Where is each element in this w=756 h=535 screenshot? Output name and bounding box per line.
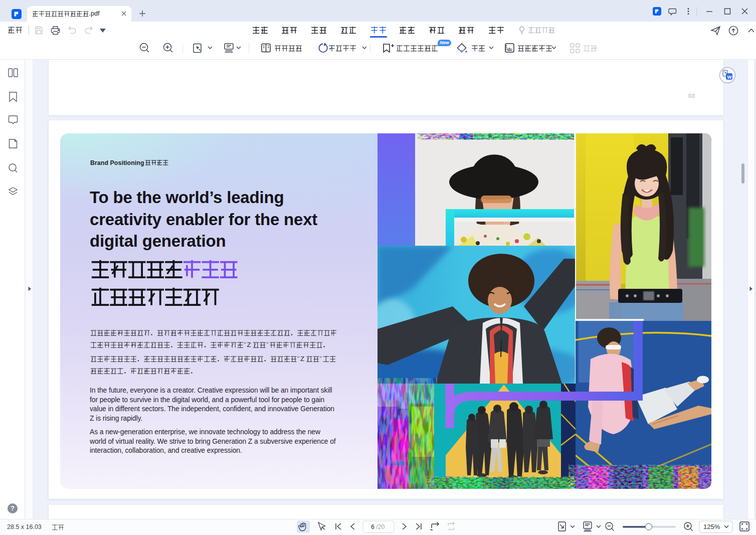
svg-text:Z: Z <box>300 355 304 363</box>
svg-text:/20: /20 <box>376 523 385 530</box>
svg-text:.pdf: .pdf <box>89 11 100 17</box>
svg-text:125%: 125% <box>703 523 720 530</box>
svg-text:W: W <box>727 74 732 80</box>
svg-text:6: 6 <box>371 523 374 530</box>
svg-text:04: 04 <box>684 479 691 486</box>
svg-text:Z: Z <box>247 341 251 348</box>
